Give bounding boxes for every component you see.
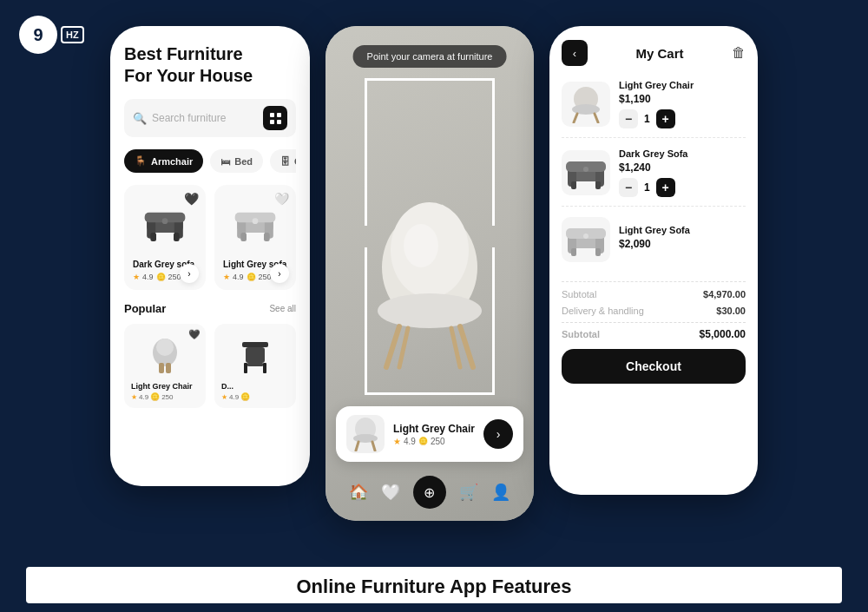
svg-rect-21 [263,363,266,373]
svg-point-13 [253,218,259,224]
logo-symbol: 9 [19,16,57,54]
nav-profile-icon[interactable]: 👤 [491,483,510,502]
qty-value: 1 [644,181,650,194]
svg-rect-50 [595,248,601,256]
cart-item-image [562,82,610,127]
svg-point-30 [404,224,438,267]
grid-view-button[interactable] [263,106,287,130]
popular-item2-rating: ★ 4.9 🪙 [221,392,289,401]
svg-rect-4 [174,233,180,241]
popular-label: Popular [124,302,166,315]
cart-item-price: $2,090 [619,238,746,250]
phone-browse: Best FurnitureFor Your House 🔍 Search fu… [110,26,310,486]
svg-line-29 [451,328,460,367]
category-armchair[interactable]: 🪑 Armchair [124,149,203,173]
search-icon: 🔍 [133,112,147,125]
product-card-light-sofa[interactable]: 🤍 Light Grey sofa [214,185,296,290]
back-button[interactable]: ‹ [562,40,588,66]
qty-value: 1 [644,113,650,125]
svg-line-37 [574,114,577,122]
svg-rect-22 [247,363,263,366]
popular-item-name: Light Grey Chair [131,382,199,391]
qty-minus-button[interactable]: − [619,178,638,197]
cart-item-price: $1,190 [619,93,746,105]
qty-minus-button[interactable]: − [619,109,638,128]
cart-item-name: Light Grey Chair [619,80,746,90]
favorite-icon[interactable]: 🤍 [274,192,289,206]
category-cupboard[interactable]: 🗄 Cupboard [270,149,296,173]
cart-item-light-grey-sofa: Light Grey Sofa $2,090 [562,217,746,271]
popular-light-grey-chair[interactable]: 🖤 Light Grey Chair ★ 4.9 🪙 [124,324,206,408]
cart-header: ‹ My Cart 🗑 [562,40,746,66]
favorite-icon[interactable]: 🖤 [188,329,201,340]
popular-item2-name: D... [221,382,289,391]
nav-heart-icon[interactable]: 🤍 [381,483,400,502]
cart-item-info: Dark Grey Sofa $1,240 − 1 + [619,148,746,197]
cart-item-image [562,150,610,195]
cart-item-light-grey-chair: Light Grey Chair $1,190 − 1 + [562,80,746,138]
svg-line-26 [386,326,399,367]
svg-rect-11 [264,233,270,241]
svg-rect-20 [244,363,247,373]
bed-icon: 🛏 [220,156,230,167]
delivery-row: Delivery & handling $30.00 [562,306,746,316]
product-arrow-button[interactable]: › [180,264,199,283]
see-all-link[interactable]: See all [269,304,296,313]
armchair-icon: 🪑 [135,155,147,167]
product-card-dark-sofa[interactable]: 🖤 Dark Grey sofa [124,185,206,290]
ar-card-arrow-button[interactable]: › [483,419,513,449]
ar-instruction-bar: Point your camera at furniture [353,45,507,68]
subtotal-label: Subtotal [562,289,596,299]
product-arrow-button[interactable]: › [270,264,289,283]
footer-section: Online Furniture App Features [26,567,842,603]
coin-icon: 🪙 [247,273,256,281]
cart-summary: Subtotal $4,970.00 Delivery & handling $… [562,281,746,340]
featured-products-row: 🖤 Dark Grey sofa [124,185,296,290]
trash-icon[interactable]: 🗑 [732,45,746,61]
category-bed[interactable]: 🛏 Bed [210,149,263,173]
svg-rect-49 [571,248,576,256]
qty-plus-button[interactable]: + [656,109,675,128]
cart-item-info: Light Grey Chair $1,190 − 1 + [619,80,746,128]
ar-product-thumbnail [346,415,385,453]
search-bar[interactable]: 🔍 Search furniture [124,99,296,137]
checkout-button[interactable]: Checkout [562,349,746,384]
ar-card-info: Light Grey Chair ★ 4.9 🪙 250 [393,423,475,446]
cart-item-image [562,217,610,262]
svg-rect-43 [595,181,601,189]
logo: 9 HZ [19,16,84,54]
coin-icon: 🪙 [240,392,250,401]
nav-ar-icon[interactable]: ⊕ [413,476,446,509]
coin-icon: 🪙 [150,392,160,401]
star-icon: ★ [221,393,227,401]
delivery-value: $30.00 [716,306,746,316]
phones-row: Best FurnitureFor Your House 🔍 Search fu… [110,26,758,558]
cart-item-name: Dark Grey Sofa [619,148,746,159]
nav-cart-icon[interactable]: 🛒 [459,483,478,502]
total-row: Subtotal $5,000.00 [562,322,746,340]
popular-item-2[interactable]: D... ★ 4.9 🪙 [214,324,296,408]
category-pills: 🪑 Armchair 🛏 Bed 🗄 Cupboard [124,149,296,173]
qty-plus-button[interactable]: + [656,178,675,197]
grid-dots-icon [270,113,281,124]
popular-item2-image [221,331,289,378]
subtotal-row: Subtotal $4,970.00 [562,289,746,299]
cart-item-name: Light Grey Sofa [619,225,746,235]
favorite-icon[interactable]: 🖤 [184,192,199,206]
ar-chair-model [360,198,499,375]
svg-line-34 [372,442,375,451]
popular-header: Popular See all [124,302,296,315]
search-placeholder-text: Search furniture [152,112,258,124]
ar-card-name: Light Grey Chair [393,423,475,435]
svg-rect-18 [242,342,268,347]
ar-bottom-nav: 🏠 🤍 ⊕ 🛒 👤 [326,476,534,509]
svg-line-38 [595,114,598,122]
browse-title: Best FurnitureFor Your House [124,43,296,87]
svg-point-6 [162,218,168,224]
svg-rect-10 [240,233,247,241]
star-icon: ★ [131,393,137,401]
svg-rect-3 [150,233,156,241]
nav-home-icon[interactable]: 🏠 [349,483,368,502]
ar-product-card[interactable]: Light Grey Chair ★ 4.9 🪙 250 › [336,406,523,462]
svg-point-32 [353,434,378,443]
